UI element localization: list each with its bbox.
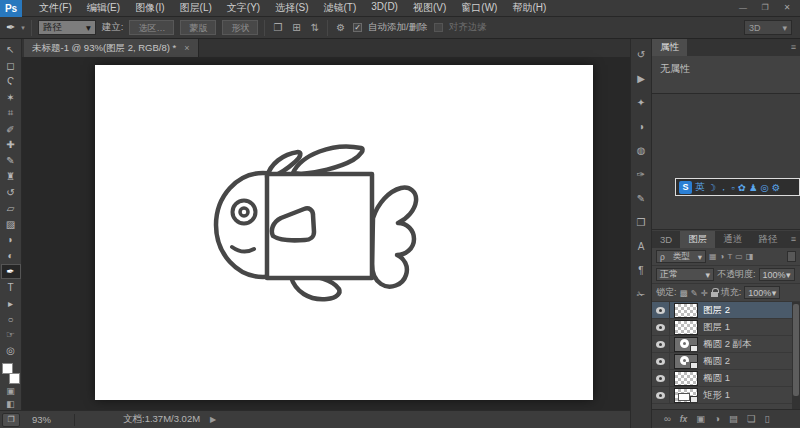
tab-properties[interactable]: 属性 <box>652 39 687 56</box>
tool-presets-panel-icon[interactable]: ✁ <box>632 287 650 301</box>
tab-paths[interactable]: 路径 <box>750 231 785 248</box>
paragraph-panel-icon[interactable]: ¶ <box>632 263 650 277</box>
document-canvas[interactable] <box>95 65 593 400</box>
pen-tool-icon[interactable]: ✒ <box>6 21 15 34</box>
layer-row[interactable]: 图层 2 <box>652 302 800 319</box>
panel-menu-icon[interactable]: ≡ <box>791 234 796 244</box>
ime-punct-icon[interactable]: ， <box>719 181 729 194</box>
color-swatches[interactable] <box>2 363 20 385</box>
menu-item-select[interactable]: 选择(S) <box>268 0 315 17</box>
scrollbar-thumb[interactable] <box>793 304 799 396</box>
make-selection-button[interactable]: 选区… <box>129 20 174 35</box>
link-layers-icon[interactable]: ∞ <box>664 413 671 424</box>
info-panel-icon[interactable]: ◍ <box>632 143 650 157</box>
layer-style-icon[interactable]: fx <box>680 414 688 424</box>
menu-item-view[interactable]: 视图(V) <box>406 0 453 17</box>
menu-item-filter[interactable]: 滤镜(T) <box>317 0 364 17</box>
lasso-tool[interactable]: Ϛ <box>1 74 21 90</box>
add-mask-icon[interactable]: ▣ <box>696 413 705 424</box>
new-group-icon[interactable]: ▤ <box>729 413 738 424</box>
crop-tool[interactable]: ⌗ <box>1 105 21 121</box>
layer-thumbnail[interactable] <box>674 371 698 386</box>
menu-item-window[interactable]: 窗口(W) <box>454 0 504 17</box>
tab-layers[interactable]: 图层 <box>680 231 715 248</box>
tool-preset-caret-icon[interactable]: ▾ <box>21 24 25 32</box>
workspace-switcher[interactable]: 3D ▾ <box>744 20 792 35</box>
ime-search-icon[interactable]: ◎ <box>760 182 768 193</box>
new-layer-icon[interactable]: ❏ <box>747 413 756 424</box>
marquee-tool[interactable]: ◻ <box>1 58 21 74</box>
menu-item-layer[interactable]: 图层(L) <box>173 0 219 17</box>
ime-fullhalf-icon[interactable]: ☽ <box>708 182 717 193</box>
zoom-level[interactable]: 93% <box>32 414 66 425</box>
close-button[interactable]: ✕ <box>776 0 798 15</box>
move-tool[interactable]: ↖ <box>1 42 21 58</box>
gear-icon[interactable]: ⚙ <box>334 22 347 33</box>
path-operations-icon[interactable]: ❐ <box>271 22 284 33</box>
styles-panel-icon[interactable]: ✦ <box>632 95 650 109</box>
lock-transparency-icon[interactable]: ▩ <box>680 288 688 298</box>
blur-tool[interactable]: ◗ <box>1 232 21 248</box>
minibridge-icon[interactable]: ❐ <box>2 413 20 427</box>
layer-thumbnail[interactable] <box>674 303 698 318</box>
visibility-toggle[interactable] <box>652 353 670 370</box>
pen-tool[interactable]: ✒ <box>1 264 21 280</box>
filter-adjustment-icon[interactable]: ◑ <box>720 252 725 261</box>
filter-type-icon[interactable]: T <box>727 252 732 261</box>
healing-brush-tool[interactable]: ✚ <box>1 137 21 153</box>
type-tool[interactable]: T <box>1 279 21 295</box>
fill-input[interactable]: 100% ▾ <box>744 286 780 299</box>
layer-thumbnail[interactable] <box>674 354 698 369</box>
path-alignment-icon[interactable]: ⊞ <box>290 22 302 33</box>
adjustments-panel-icon[interactable]: ◑ <box>632 119 650 133</box>
clone-source-panel-icon[interactable]: ❐ <box>632 215 650 229</box>
filter-pixel-icon[interactable]: ▦ <box>709 252 717 261</box>
layer-thumbnail[interactable] <box>674 337 698 352</box>
visibility-toggle[interactable] <box>652 387 670 404</box>
align-edges-checkbox[interactable] <box>434 23 443 32</box>
lock-all-icon[interactable] <box>711 292 718 297</box>
auto-add-checkbox[interactable]: ✓ <box>353 23 362 32</box>
eyedropper-tool[interactable]: ✐ <box>1 121 21 137</box>
layer-thumbnail[interactable] <box>674 320 698 335</box>
brush-presets-panel-icon[interactable]: ✑ <box>632 167 650 181</box>
ime-board-icon[interactable]: ▫ <box>732 182 735 193</box>
tab-3d[interactable]: 3D <box>652 231 680 248</box>
foreground-color-swatch[interactable] <box>2 363 13 374</box>
menu-item-edit[interactable]: 编辑(E) <box>80 0 127 17</box>
quick-selection-tool[interactable]: ✶ <box>1 89 21 105</box>
menu-item-type[interactable]: 文字(Y) <box>220 0 267 17</box>
filter-toggle[interactable] <box>787 251 796 262</box>
hand-tool[interactable]: ☞ <box>1 327 21 343</box>
menu-item-3d[interactable]: 3D(D) <box>364 0 405 17</box>
tool-mode-select[interactable]: 路径 ▾ <box>38 20 96 35</box>
clone-stamp-tool[interactable]: ♜ <box>1 169 21 185</box>
ime-settings-icon[interactable]: ⚙ <box>772 182 781 193</box>
character-panel-icon[interactable]: A <box>632 239 650 253</box>
ime-mode-icon[interactable]: 英 <box>695 181 705 194</box>
status-menu-arrow-icon[interactable]: ▶ <box>210 415 216 424</box>
make-shape-button[interactable]: 形状 <box>222 20 258 35</box>
menu-item-image[interactable]: 图像(I) <box>128 0 171 17</box>
history-panel-icon[interactable]: ↺ <box>632 47 650 61</box>
minimize-button[interactable]: — <box>732 0 754 15</box>
lock-paint-icon[interactable]: ✎ <box>691 288 698 298</box>
brush-panel-icon[interactable]: ✎ <box>632 191 650 205</box>
lock-position-icon[interactable]: ✛ <box>701 288 708 298</box>
path-selection-tool[interactable]: ▸ <box>1 295 21 311</box>
restore-button[interactable]: ❐ <box>754 0 776 15</box>
visibility-toggle[interactable] <box>652 370 670 387</box>
layer-row[interactable]: 矩形 1 <box>652 387 800 404</box>
brush-tool[interactable]: ✎ <box>1 153 21 169</box>
blend-mode-select[interactable]: 正常 ▾ <box>656 268 714 281</box>
ime-user-icon[interactable]: ♟ <box>749 182 758 193</box>
delete-layer-icon[interactable]: ▯ <box>765 413 770 424</box>
layer-filter-select[interactable]: ρ 类型 ▾ <box>656 250 706 263</box>
filter-shape-icon[interactable]: ▭ <box>735 252 743 261</box>
adjustment-layer-icon[interactable]: ◑ <box>714 413 720 424</box>
visibility-toggle[interactable] <box>652 319 670 336</box>
quick-mask-button[interactable]: ▣ <box>1 384 21 397</box>
menu-item-file[interactable]: 文件(F) <box>32 0 79 17</box>
zoom-tool[interactable]: ◎ <box>1 343 21 359</box>
gradient-tool[interactable]: ▨ <box>1 216 21 232</box>
